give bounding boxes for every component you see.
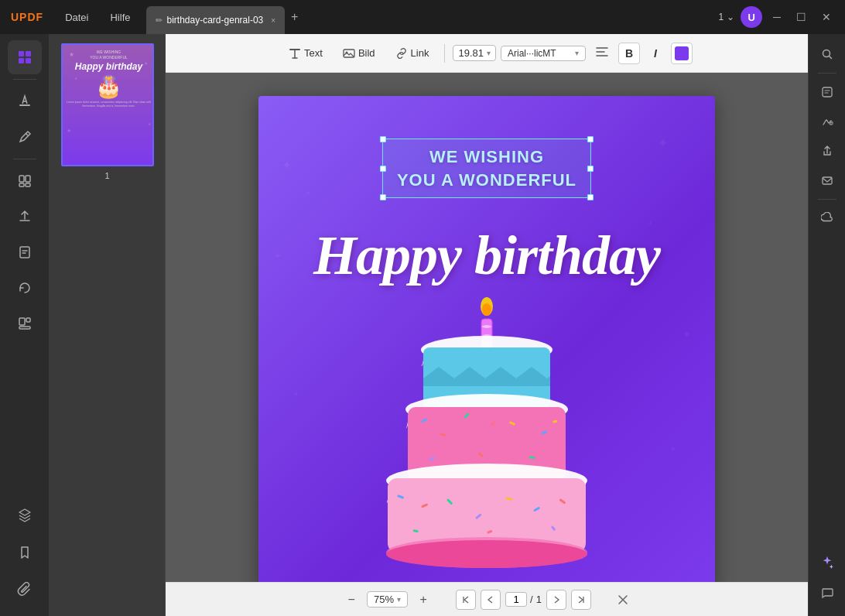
- italic-btn[interactable]: I: [645, 43, 666, 64]
- sidebar-btn-attachment[interactable]: [8, 573, 42, 607]
- r-sidebar-share[interactable]: [813, 137, 841, 165]
- close-bar-btn[interactable]: [613, 590, 633, 610]
- topbar-right: 1 ⌄ U ─ ☐ ✕: [718, 6, 845, 28]
- r-sidebar-search[interactable]: [813, 40, 841, 68]
- r-sidebar-ocr[interactable]: [813, 78, 841, 106]
- handle-ml[interactable]: [380, 166, 386, 172]
- font-name-arrow: ▾: [575, 49, 579, 57]
- handle-tr[interactable]: [587, 136, 594, 142]
- page-thumbnail-1[interactable]: ★ ★ ★ ★ ★ WE WISHINGYOU A WONDERFUL Happ…: [61, 43, 154, 166]
- nav-first-btn[interactable]: [456, 590, 476, 610]
- tab-close-btn[interactable]: ×: [271, 16, 275, 25]
- thumbnail-panel: ★ ★ ★ ★ ★ WE WISHINGYOU A WONDERFUL Happ…: [50, 34, 166, 616]
- r-sidebar-divider-1: [818, 73, 836, 74]
- r-sidebar-email[interactable]: [813, 166, 841, 194]
- cake-illustration: [355, 266, 618, 582]
- page-sep: /: [530, 594, 533, 605]
- handle-br[interactable]: [587, 194, 594, 200]
- font-name-value: Arial···licMT: [508, 48, 556, 59]
- zoom-in-btn[interactable]: +: [412, 589, 434, 611]
- toolbar-tools: Text Bild Link: [281, 44, 436, 63]
- bold-btn[interactable]: B: [618, 43, 640, 64]
- toolbar-format: 19.81 ▾ Arial···licMT ▾ B I: [453, 43, 693, 64]
- sidebar-btn-organize[interactable]: [8, 164, 42, 198]
- tab-area: ✏ birthday-card-genral-03 × +: [146, 0, 719, 34]
- page-current-input[interactable]: [505, 592, 527, 607]
- sidebar-bottom: [8, 498, 42, 616]
- font-size-control[interactable]: 19.81 ▾: [453, 45, 496, 61]
- svg-rect-8: [26, 183, 30, 187]
- sidebar-divider-2: [13, 159, 36, 159]
- r-sidebar-bottom: [813, 548, 841, 616]
- selected-text-box[interactable]: WE WISHING YOU A WONDERFUL: [382, 139, 591, 198]
- star-dec-3: ✦: [657, 135, 669, 152]
- content-area: Text Bild Link 19.81 ▾ Arial···licM: [166, 34, 808, 616]
- svg-rect-3: [26, 58, 31, 63]
- svg-rect-2: [19, 58, 24, 63]
- align-btn[interactable]: [590, 43, 614, 63]
- main: ★ ★ ★ ★ ★ WE WISHINGYOU A WONDERFUL Happ…: [0, 34, 845, 616]
- handle-bl[interactable]: [380, 194, 386, 200]
- color-btn[interactable]: [671, 43, 693, 64]
- thumb-hb-text: Happy birthday: [75, 61, 142, 72]
- user-avatar[interactable]: U: [741, 6, 762, 28]
- svg-rect-11: [26, 318, 30, 322]
- r-sidebar-signature[interactable]: [813, 108, 841, 135]
- zoom-value[interactable]: 75% ▾: [367, 591, 408, 607]
- handle-mr[interactable]: [587, 166, 594, 172]
- nav-next-btn[interactable]: [546, 590, 566, 610]
- text-tool-btn[interactable]: Text: [281, 44, 330, 63]
- sidebar-btn-bookmark[interactable]: [8, 536, 42, 570]
- sidebar-btn-rotate[interactable]: [8, 271, 42, 305]
- thumb-cake-emoji: 🎂: [95, 74, 122, 99]
- r-sidebar-ai-assist[interactable]: [813, 548, 841, 576]
- sidebar-btn-thumbnails[interactable]: [8, 40, 42, 74]
- star-dec-4: ✦: [274, 251, 282, 262]
- handle-tl[interactable]: [380, 136, 386, 142]
- image-tool-btn[interactable]: Bild: [335, 44, 383, 63]
- menu-hilfe[interactable]: Hilfe: [99, 0, 141, 34]
- tab-birthday-card[interactable]: ✏ birthday-card-genral-03 ×: [146, 6, 286, 34]
- tab-edit-icon: ✏: [156, 15, 162, 26]
- link-tool-btn[interactable]: Link: [388, 44, 437, 63]
- sidebar-btn-edit-text[interactable]: [8, 84, 42, 118]
- text-tool-label: Text: [304, 47, 323, 59]
- font-name-control[interactable]: Arial···licMT ▾: [501, 46, 586, 61]
- minimize-btn[interactable]: ─: [768, 11, 785, 23]
- r-sidebar-save-cloud[interactable]: [813, 204, 841, 232]
- maximize-btn[interactable]: ☐: [792, 11, 811, 23]
- page-nav[interactable]: 1 ⌄: [718, 12, 734, 22]
- sidebar-btn-export[interactable]: [8, 200, 42, 234]
- sidebar-btn-layers[interactable]: [8, 498, 42, 532]
- sidebar-btn-annotate[interactable]: [8, 120, 42, 154]
- svg-rect-4: [19, 104, 30, 106]
- star-dec-6: ✦: [293, 390, 299, 398]
- canvas-area[interactable]: ✦ ✦ ✦ ✦ ✦ ✦ ✦ ✦ WE WISHING: [166, 73, 808, 582]
- menu-datei[interactable]: Datei: [54, 0, 99, 34]
- page-nav-current: 1: [718, 12, 724, 22]
- svg-point-50: [386, 540, 587, 568]
- svg-rect-5: [19, 176, 24, 182]
- zoom-out-btn[interactable]: −: [340, 589, 362, 611]
- wishing-text: WE WISHING YOU A WONDERFUL: [397, 145, 576, 191]
- font-size-value: 19.81: [458, 47, 484, 59]
- svg-rect-52: [823, 87, 832, 97]
- svg-rect-54: [823, 177, 832, 184]
- nav-last-btn[interactable]: [571, 590, 591, 610]
- nav-prev-btn[interactable]: [481, 590, 501, 610]
- sidebar-btn-more[interactable]: [8, 306, 42, 341]
- r-sidebar-chat[interactable]: [813, 579, 841, 607]
- tab-label: birthday-card-genral-03: [167, 15, 264, 26]
- link-tool-label: Link: [411, 47, 429, 59]
- svg-rect-6: [26, 176, 30, 182]
- sidebar-divider-1: [13, 79, 36, 80]
- thumb-wishing-text: WE WISHINGYOU A WONDERFUL: [90, 50, 128, 60]
- sidebar-btn-extract[interactable]: [8, 235, 42, 269]
- page-input-area: / 1: [505, 592, 542, 607]
- left-sidebar: [0, 34, 50, 616]
- image-tool-label: Bild: [358, 47, 375, 59]
- new-tab-btn[interactable]: +: [285, 10, 304, 24]
- page-nav-chevron: ⌄: [727, 12, 734, 22]
- close-btn[interactable]: ✕: [817, 11, 836, 23]
- thumb-body-text: Lorem ipsum dolor sit amet, consectetur …: [63, 101, 154, 108]
